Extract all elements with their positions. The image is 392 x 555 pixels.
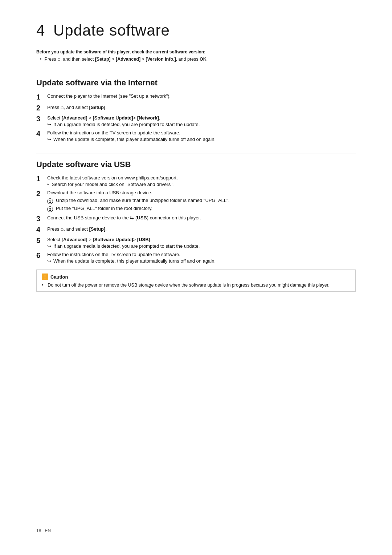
- caution-icon: !: [42, 274, 48, 280]
- caution-text: • Do not turn off the power or remove th…: [42, 282, 350, 288]
- section-usb: Update software via USB 1 Check the late…: [36, 154, 356, 292]
- step-3-text: Select [Advanced] > [Software Update]> […: [47, 115, 160, 121]
- usb-step-3-text: Connect the USB storage device to the ⇆ …: [47, 215, 201, 220]
- step-3-sub-text: If an upgrade media is detected, you are…: [53, 122, 200, 127]
- usb-step-4-text: Press ⌂, and select [Setup].: [47, 226, 107, 232]
- caution-header: ! Caution: [42, 274, 350, 280]
- bullet-icon: •: [40, 56, 42, 62]
- circle-number-1: 1: [47, 198, 53, 204]
- usb-step-6: 6 Follow the instructions on the TV scre…: [36, 251, 356, 264]
- usb-step-6-text: Follow the instructions on the TV screen…: [47, 252, 180, 257]
- usb-step-5-sub-text: If an upgrade media is detected, you are…: [53, 243, 200, 249]
- usb-step-1-sub: • Search for your model and click on "So…: [47, 182, 356, 187]
- circle-sub-1-text: Unzip the download, and make sure that t…: [56, 198, 229, 203]
- usb-step-1: 1 Check the latest software version on w…: [36, 174, 356, 187]
- usb-step-3: 3 Connect the USB storage device to the …: [36, 214, 356, 223]
- internet-step-4: 4 Follow the instructions on the TV scre…: [36, 129, 356, 142]
- step-1-content: Connect the player to the Internet (see …: [47, 93, 356, 99]
- usb-step-6-sub-text: When the update is complete, this player…: [53, 258, 216, 264]
- section-internet: Update software via the Internet 1 Conne…: [36, 72, 356, 142]
- circle-sub-2: 2 Put the "UPG_ALL" folder in the root d…: [47, 206, 356, 212]
- prereq-text: Press ⌂, and then select [Setup] > [Adva…: [45, 56, 208, 62]
- usb-step-1-text: Check the latest software version on www…: [47, 175, 178, 181]
- page-title: 4 Update software: [36, 22, 356, 39]
- step-number-3: 3: [36, 114, 47, 123]
- step-3-sub: ↪ If an upgrade media is detected, you a…: [47, 122, 356, 127]
- step-number-1: 1: [36, 93, 47, 101]
- usb-step-1-sub-text: Search for your model and click on "Soft…: [52, 182, 174, 187]
- usb-step-number-4: 4: [36, 225, 47, 234]
- prereq-section: Before you update the software of this p…: [36, 49, 356, 62]
- usb-step-6-content: Follow the instructions on the TV screen…: [47, 251, 356, 264]
- usb-step-1-content: Check the latest software version on www…: [47, 174, 356, 187]
- chapter-title: Update software: [53, 22, 170, 39]
- caution-body: Do not turn off the power or remove the …: [48, 283, 330, 288]
- sub-bullet-icon: •: [47, 182, 49, 187]
- step-4-text: Follow the instructions on the TV screen…: [47, 130, 180, 135]
- usb-step-5-sub: ↪ If an upgrade media is detected, you a…: [47, 243, 356, 249]
- usb-step-4-content: Press ⌂, and select [Setup].: [47, 225, 356, 232]
- usb-step-5-content: Select [Advanced] > [Software Update]> […: [47, 236, 356, 249]
- step-2-content: Press ⌂, and select [Setup].: [47, 104, 356, 110]
- caution-box: ! Caution • Do not turn off the power or…: [36, 270, 356, 292]
- step-1-text: Connect the player to the Internet (see …: [47, 93, 171, 99]
- chapter-number: 4: [36, 22, 45, 39]
- prereq-item: • Press ⌂, and then select [Setup] > [Ad…: [40, 56, 356, 62]
- arrow-icon: ↪: [47, 122, 51, 127]
- usb-step-number-6: 6: [36, 251, 47, 260]
- caution-bullet: •: [42, 282, 45, 288]
- prereq-label: Before you update the software of this p…: [36, 49, 356, 54]
- internet-step-2: 2 Press ⌂, and select [Setup].: [36, 104, 356, 112]
- usb-step-5-text: Select [Advanced] > [Software Update]> […: [47, 237, 152, 242]
- usb-step-4: 4 Press ⌂, and select [Setup].: [36, 225, 356, 234]
- section-usb-title: Update software via USB: [36, 160, 356, 169]
- circle-sub-1: 1 Unzip the download, and make sure that…: [47, 198, 356, 204]
- section-divider: [36, 72, 356, 72]
- usb-step-2-circle-subs: 1 Unzip the download, and make sure that…: [47, 198, 356, 212]
- usb-step-2-content: Download the software into a USB storage…: [47, 189, 356, 212]
- section-divider-2: [36, 154, 356, 154]
- page-number: 18: [36, 528, 41, 533]
- usb-step-number-1: 1: [36, 174, 47, 183]
- circle-sub-2-text: Put the "UPG_ALL" folder in the root dir…: [56, 206, 152, 211]
- usb-step-number-2: 2: [36, 189, 47, 198]
- usb-step-number-3: 3: [36, 214, 47, 223]
- step-4-content: Follow the instructions on the TV screen…: [47, 129, 356, 142]
- usb-steps-list: 1 Check the latest software version on w…: [36, 174, 356, 264]
- step-4-sub: ↪ When the update is complete, this play…: [47, 137, 356, 142]
- step-3-content: Select [Advanced] > [Software Update]> […: [47, 114, 356, 127]
- usb-step-2: 2 Download the software into a USB stora…: [36, 189, 356, 212]
- internet-step-1: 1 Connect the player to the Internet (se…: [36, 93, 356, 101]
- page-lang: EN: [45, 528, 51, 533]
- internet-step-3: 3 Select [Advanced] > [Software Update]>…: [36, 114, 356, 127]
- page-footer: 18 EN: [36, 528, 51, 533]
- usb-step-5: 5 Select [Advanced] > [Software Update]>…: [36, 236, 356, 249]
- arrow-icon-2: ↪: [47, 137, 51, 142]
- usb-step-3-content: Connect the USB storage device to the ⇆ …: [47, 214, 356, 220]
- usb-step-2-text: Download the software into a USB storage…: [47, 190, 152, 195]
- step-4-sub-text: When the update is complete, this player…: [53, 137, 216, 142]
- arrow-icon-4: ↪: [47, 258, 51, 264]
- usb-step-6-sub: ↪ When the update is complete, this play…: [47, 258, 356, 264]
- circle-number-2: 2: [47, 206, 53, 212]
- caution-label: Caution: [50, 274, 68, 280]
- step-number-2: 2: [36, 104, 47, 112]
- usb-step-number-5: 5: [36, 236, 47, 245]
- section-internet-title: Update software via the Internet: [36, 78, 356, 88]
- internet-steps-list: 1 Connect the player to the Internet (se…: [36, 93, 356, 142]
- step-2-text: Press ⌂, and select [Setup].: [47, 105, 107, 110]
- arrow-icon-3: ↪: [47, 243, 51, 249]
- step-number-4: 4: [36, 129, 47, 138]
